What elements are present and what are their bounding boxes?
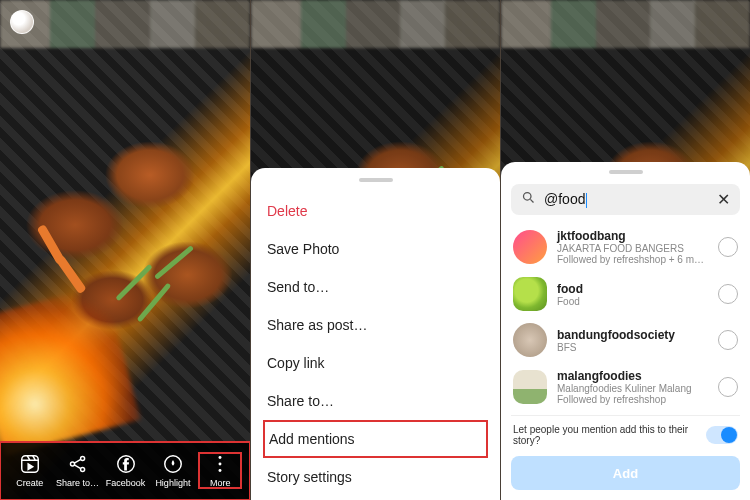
clear-search-icon[interactable]: ✕ bbox=[717, 190, 730, 209]
result-display: Food bbox=[557, 296, 708, 307]
share-as-post-action[interactable]: Share as post… bbox=[267, 306, 484, 344]
mention-result[interactable]: malangfoodies Malangfoodies Kuliner Mala… bbox=[511, 363, 740, 411]
add-mentions-pane: @food ✕ jktfoodbang JAKARTA FOOD BANGERS… bbox=[500, 0, 750, 500]
svg-point-9 bbox=[524, 193, 532, 201]
allow-reshare-label: Let people you mention add this to their… bbox=[513, 424, 706, 446]
result-avatar bbox=[513, 230, 547, 264]
result-username: food bbox=[557, 282, 708, 296]
svg-rect-0 bbox=[21, 455, 38, 472]
result-avatar bbox=[513, 323, 547, 357]
svg-point-1 bbox=[70, 461, 74, 465]
mention-result[interactable]: jktfoodbang JAKARTA FOOD BANGERS Followe… bbox=[511, 223, 740, 271]
highlight-button[interactable]: Highlight bbox=[152, 453, 194, 488]
story-settings-action[interactable]: Story settings bbox=[267, 458, 484, 496]
highlight-label: Highlight bbox=[155, 478, 190, 488]
photo-background-jars bbox=[501, 0, 750, 48]
mention-search-bar[interactable]: @food ✕ bbox=[511, 184, 740, 215]
result-username: jktfoodbang bbox=[557, 229, 708, 243]
result-display: JAKARTA FOOD BANGERS bbox=[557, 243, 708, 254]
result-username: malangfoodies bbox=[557, 369, 708, 383]
photo-background-jars bbox=[251, 0, 500, 48]
more-icon bbox=[209, 453, 231, 475]
more-button[interactable]: More bbox=[199, 453, 241, 488]
facebook-icon bbox=[115, 453, 137, 475]
result-select-radio[interactable] bbox=[718, 377, 738, 397]
copy-link-action[interactable]: Copy link bbox=[267, 344, 484, 382]
share-to-action[interactable]: Share to… bbox=[267, 382, 484, 420]
result-meta: bandungfoodsociety BFS bbox=[557, 328, 708, 353]
result-username: bandungfoodsociety bbox=[557, 328, 708, 342]
result-select-radio[interactable] bbox=[718, 237, 738, 257]
result-display: Malangfoodies Kuliner Malang bbox=[557, 383, 708, 394]
profile-avatar[interactable] bbox=[10, 10, 34, 34]
result-select-radio[interactable] bbox=[718, 330, 738, 350]
svg-point-2 bbox=[80, 456, 84, 460]
share-to-label: Share to… bbox=[56, 478, 99, 488]
more-actions-sheet: Delete Save Photo Send to… Share as post… bbox=[251, 168, 500, 500]
facebook-button[interactable]: Facebook bbox=[105, 453, 147, 488]
result-avatar bbox=[513, 370, 547, 404]
svg-point-6 bbox=[219, 456, 222, 459]
facebook-label: Facebook bbox=[106, 478, 146, 488]
mentions-sheet: @food ✕ jktfoodbang JAKARTA FOOD BANGERS… bbox=[501, 162, 750, 500]
story-more-sheet-pane: Delete Save Photo Send to… Share as post… bbox=[250, 0, 500, 500]
add-mentions-action[interactable]: Add mentions bbox=[263, 420, 488, 458]
result-followed-by: Followed by refreshshop bbox=[557, 394, 708, 405]
create-button[interactable]: Create bbox=[9, 453, 51, 488]
allow-reshare-row: Let people you mention add this to their… bbox=[511, 415, 740, 450]
add-button[interactable]: Add bbox=[511, 456, 740, 490]
result-meta: malangfoodies Malangfoodies Kuliner Mala… bbox=[557, 369, 708, 405]
more-label: More bbox=[210, 478, 231, 488]
svg-point-8 bbox=[219, 468, 222, 471]
sheet-grab-handle[interactable] bbox=[359, 178, 393, 182]
result-meta: food Food bbox=[557, 282, 708, 307]
sheet-grab-handle[interactable] bbox=[609, 170, 643, 174]
svg-point-3 bbox=[80, 467, 84, 471]
story-view-pane: Create Share to… Facebook Highlight More bbox=[0, 0, 250, 500]
photo-background-jars bbox=[0, 0, 250, 48]
mention-result[interactable]: food Food bbox=[511, 271, 740, 317]
result-avatar bbox=[513, 277, 547, 311]
search-icon bbox=[521, 190, 536, 209]
story-footer-bar: Create Share to… Facebook Highlight More bbox=[0, 442, 250, 500]
mention-search-input[interactable]: @food bbox=[544, 191, 709, 208]
share-to-button[interactable]: Share to… bbox=[56, 453, 99, 488]
result-followed-by: Followed by refreshshop + 6 more bbox=[557, 254, 708, 265]
create-label: Create bbox=[16, 478, 43, 488]
result-meta: jktfoodbang JAKARTA FOOD BANGERS Followe… bbox=[557, 229, 708, 265]
result-display: BFS bbox=[557, 342, 708, 353]
reel-icon bbox=[19, 453, 41, 475]
svg-point-7 bbox=[219, 462, 222, 465]
delete-action[interactable]: Delete bbox=[267, 192, 484, 230]
mention-result[interactable]: bandungfoodsociety BFS bbox=[511, 317, 740, 363]
save-photo-action[interactable]: Save Photo bbox=[267, 230, 484, 268]
highlight-icon bbox=[162, 453, 184, 475]
allow-reshare-toggle[interactable] bbox=[706, 426, 738, 444]
result-select-radio[interactable] bbox=[718, 284, 738, 304]
share-icon bbox=[67, 453, 89, 475]
send-to-action[interactable]: Send to… bbox=[267, 268, 484, 306]
